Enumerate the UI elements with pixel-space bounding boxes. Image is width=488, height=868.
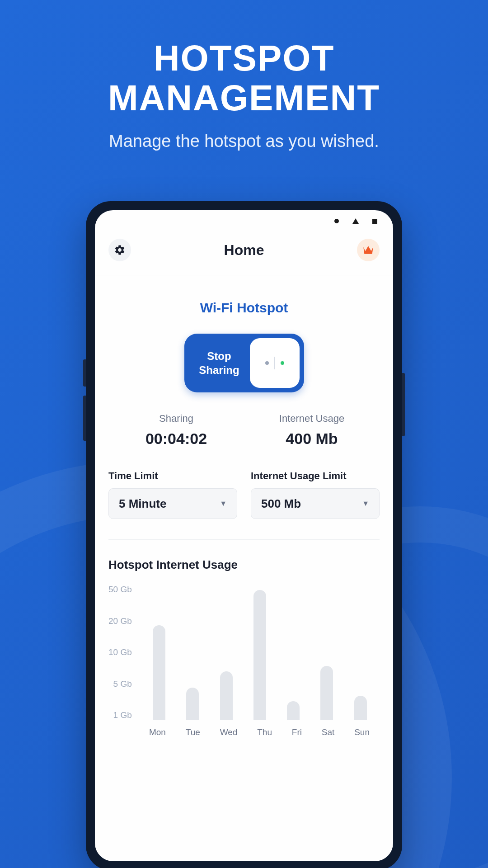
status-bar [95, 210, 393, 227]
page-title: Home [224, 242, 264, 259]
y-tick: 50 Gb [108, 585, 132, 594]
chart-bar [186, 688, 199, 720]
hotspot-toggle[interactable]: Stop Sharing [184, 334, 304, 392]
toggle-knob [250, 338, 300, 388]
usage-limit-label: Internet Usage Limit [251, 470, 380, 482]
gear-icon [114, 244, 126, 256]
x-tick: Tue [186, 727, 200, 737]
time-limit-group: Time Limit 5 Minute ▼ [108, 470, 237, 519]
inactive-dot-icon [265, 361, 269, 365]
chart-bar [220, 671, 233, 720]
phone-screen: Home Wi-Fi Hotspot Stop Sharing [95, 210, 393, 861]
toggle-container: Stop Sharing [108, 334, 380, 392]
usage-limit-group: Internet Usage Limit 500 Mb ▼ [251, 470, 380, 519]
usage-label: Internet Usage [244, 413, 380, 425]
sharing-stat: Sharing 00:04:02 [108, 413, 244, 448]
x-tick: Sun [354, 727, 370, 737]
status-dot-icon [334, 219, 339, 223]
chart-y-axis: 50 Gb20 Gb10 Gb5 Gb1 Gb [108, 585, 140, 720]
divider-icon [274, 357, 275, 369]
usage-limit-select[interactable]: 500 Mb ▼ [251, 488, 380, 519]
stats-row: Sharing 00:04:02 Internet Usage 400 Mb [108, 413, 380, 448]
crown-icon [362, 245, 374, 255]
time-limit-label: Time Limit [108, 470, 237, 482]
usage-chart: 50 Gb20 Gb10 Gb5 Gb1 Gb [108, 585, 380, 720]
x-tick: Sat [322, 727, 335, 737]
phone-button [83, 396, 86, 441]
chart-title: Hotspot Internet Usage [108, 558, 380, 572]
x-tick: Mon [149, 727, 166, 737]
x-tick: Thu [257, 727, 272, 737]
chevron-down-icon: ▼ [362, 500, 369, 508]
sharing-value: 00:04:02 [108, 430, 244, 448]
y-tick: 20 Gb [108, 616, 132, 626]
promo-title-line1: HOTSPOT [0, 38, 488, 78]
y-tick: 10 Gb [108, 647, 132, 657]
status-square-icon [372, 219, 377, 224]
time-limit-value: 5 Minute [119, 497, 166, 511]
promo-subtitle: Manage the hotspot as you wished. [0, 132, 488, 151]
usage-value: 400 Mb [244, 430, 380, 448]
promo-title-line2: MANAGEMENT [0, 78, 488, 118]
chart-bar [253, 590, 266, 720]
phone-button [402, 373, 405, 436]
y-tick: 5 Gb [108, 679, 132, 689]
time-limit-select[interactable]: 5 Minute ▼ [108, 488, 237, 519]
app-header: Home [95, 227, 393, 275]
status-triangle-icon [352, 218, 359, 224]
settings-button[interactable] [108, 239, 131, 261]
divider [108, 539, 380, 540]
x-tick: Wed [220, 727, 238, 737]
hotspot-section-title: Wi-Fi Hotspot [108, 300, 380, 316]
y-tick: 1 Gb [108, 710, 132, 720]
promo-header: HOTSPOT MANAGEMENT Manage the hotspot as… [0, 0, 488, 151]
phone-button [83, 359, 86, 387]
premium-button[interactable] [357, 239, 380, 261]
limits-row: Time Limit 5 Minute ▼ Internet Usage Lim… [108, 470, 380, 519]
usage-stat: Internet Usage 400 Mb [244, 413, 380, 448]
chart-bar [153, 625, 165, 720]
chart-bar [287, 701, 300, 720]
chart-bars [140, 585, 380, 720]
toggle-label: Stop Sharing [184, 349, 250, 377]
chart-x-axis: MonTueWedThuFriSatSun [108, 727, 380, 737]
x-tick: Fri [292, 727, 302, 737]
active-dot-icon [281, 361, 284, 365]
main-content: Wi-Fi Hotspot Stop Sharing Sharing 00:04… [95, 300, 393, 737]
chart-bar [354, 696, 367, 720]
usage-limit-value: 500 Mb [261, 497, 301, 511]
chart-x-labels: MonTueWedThuFriSatSun [139, 727, 380, 737]
chevron-down-icon: ▼ [220, 500, 227, 508]
sharing-label: Sharing [108, 413, 244, 425]
promo-title: HOTSPOT MANAGEMENT [0, 38, 488, 118]
chart-bar [320, 666, 333, 720]
phone-frame: Home Wi-Fi Hotspot Stop Sharing [86, 201, 402, 868]
